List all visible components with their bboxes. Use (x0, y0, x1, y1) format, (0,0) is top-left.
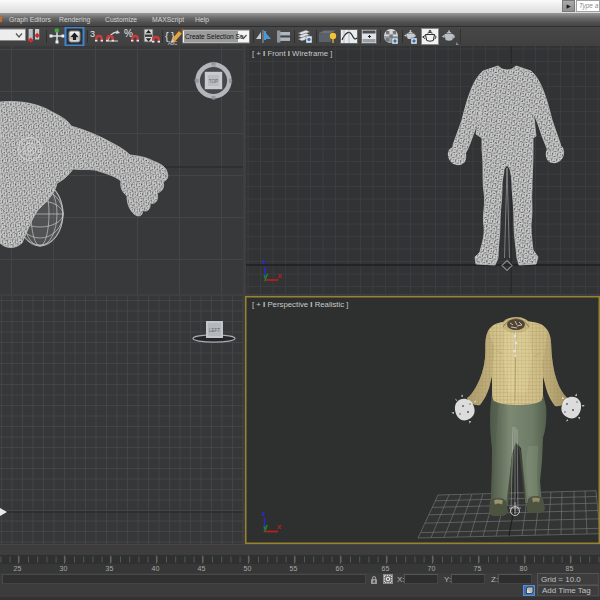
svg-text:[ + I Perspective I Realistic: [ + I Perspective I Realistic ] (252, 300, 348, 309)
svg-text:y: y (264, 273, 268, 281)
svg-text:60: 60 (336, 565, 344, 572)
svg-text:65: 65 (382, 565, 390, 572)
svg-text:z: z (262, 257, 266, 266)
svg-text:LEFT: LEFT (209, 328, 220, 333)
svg-text:85: 85 (566, 565, 574, 572)
svg-text:Create Selection Se: Create Selection Se (185, 33, 244, 40)
svg-text:y: y (263, 524, 267, 532)
svg-text:80: 80 (520, 565, 528, 572)
svg-text:75: 75 (474, 565, 482, 572)
svg-text:35: 35 (106, 565, 114, 572)
svg-text:TOP: TOP (209, 79, 218, 84)
svg-text:30: 30 (60, 565, 68, 572)
svg-text:55: 55 (290, 565, 298, 572)
svg-text:3: 3 (90, 29, 95, 39)
svg-text:45: 45 (198, 565, 206, 572)
svg-text:25: 25 (14, 565, 22, 572)
svg-text:40: 40 (152, 565, 160, 572)
svg-text:50: 50 (244, 565, 252, 572)
svg-text:70: 70 (428, 565, 436, 572)
svg-text:z: z (262, 509, 266, 518)
svg-text:[ + I Front I Wireframe ]: [ + I Front I Wireframe ] (252, 49, 332, 58)
